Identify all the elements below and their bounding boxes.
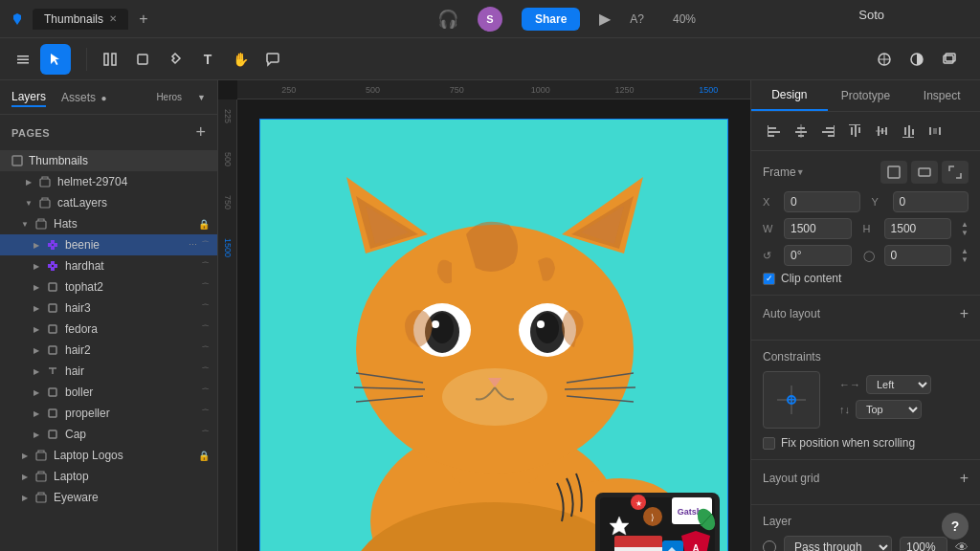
select-tool[interactable]: [40, 44, 71, 75]
ruler-side: 225 500 750 1500: [218, 99, 237, 551]
expand-arrow[interactable]: ▼: [23, 197, 34, 209]
layer-item-hats[interactable]: ▼ Hats 🔒: [0, 213, 217, 234]
tab-inspect[interactable]: Inspect: [903, 81, 980, 110]
group-icon: [38, 196, 52, 209]
layers-tab[interactable]: Layers: [11, 88, 46, 107]
expand-arrow[interactable]: ▶: [19, 450, 31, 461]
svg-rect-0: [17, 55, 29, 57]
assets-tab[interactable]: Assets ●: [61, 89, 106, 106]
y-input[interactable]: [893, 191, 969, 212]
constraints-content: + ←→ Left Right Center Scale ↑↓: [763, 371, 969, 429]
expand-arrow[interactable]: ▶: [31, 408, 42, 419]
zoom-level[interactable]: 40%: [673, 12, 696, 26]
frame-view-2[interactable]: [911, 161, 938, 184]
add-auto-layout-button[interactable]: +: [960, 305, 969, 322]
x-input[interactable]: [784, 191, 860, 212]
expand-arrow[interactable]: ▶: [31, 429, 42, 440]
tab-prototype[interactable]: Prototype: [828, 81, 904, 110]
layer-item-tophat2[interactable]: ▶ tophat2 ⌒: [0, 276, 217, 298]
share-button[interactable]: Share: [522, 8, 580, 31]
canvas-content[interactable]: Gatsby A ★ ⟩: [237, 99, 750, 551]
group-icon: [34, 217, 48, 231]
constraints-diagram: +: [763, 371, 820, 429]
shape-tool[interactable]: [127, 44, 158, 75]
layer-item-laptop[interactable]: ▶ Laptop: [0, 466, 217, 487]
file-tab[interactable]: Thumbnails ✕: [33, 9, 128, 30]
heros-arrow[interactable]: ▼: [197, 93, 206, 102]
expand-arrow[interactable]: ▶: [31, 386, 42, 398]
align-right-button[interactable]: [816, 120, 839, 143]
blend-mode-select[interactable]: Pass through Normal Multiply Screen Over…: [784, 536, 892, 551]
expand-arrow[interactable]: ▶: [19, 492, 31, 503]
rotation-input[interactable]: [784, 245, 852, 266]
svg-point-42: [431, 313, 454, 343]
headphones-icon[interactable]: 🎧: [437, 9, 458, 30]
clip-content-checkbox[interactable]: ✓: [763, 273, 775, 285]
expand-arrow[interactable]: ▶: [19, 471, 31, 482]
layer-item-hardhat[interactable]: ▶ hardhat ⌒: [0, 255, 217, 276]
constraint-h-select[interactable]: Left Right Center Scale: [866, 375, 931, 394]
layer-item-laptop-logos[interactable]: ▶ Laptop Logos 🔒: [0, 445, 217, 466]
expand-arrow[interactable]: ▶: [31, 239, 42, 251]
expand-arrow[interactable]: ▶: [31, 344, 42, 356]
layer-item-beenie[interactable]: ▶ beenie ⋯ ⌒: [0, 234, 217, 255]
align-left-button[interactable]: [763, 120, 786, 143]
expand-arrow[interactable]: ▶: [31, 365, 42, 377]
frame-resize-button[interactable]: [942, 161, 969, 184]
layer-item-boller[interactable]: ▶ boller ⌒: [0, 382, 217, 403]
w-input[interactable]: [784, 218, 852, 239]
tab-design[interactable]: Design: [751, 80, 828, 111]
hand-tool[interactable]: ✋: [225, 44, 256, 75]
theme-tool[interactable]: [902, 44, 932, 75]
pen-tool[interactable]: [160, 44, 190, 75]
layer-item-cap[interactable]: ▶ Cap ⌒: [0, 424, 217, 445]
align-center-h-button[interactable]: [790, 120, 813, 143]
components-tool[interactable]: [869, 44, 900, 75]
layer-item-catlayers[interactable]: ▼ catLayers: [0, 192, 217, 213]
align-bottom-button[interactable]: [897, 120, 920, 143]
align-middle-button[interactable]: [870, 120, 893, 143]
layer-item-hair[interactable]: ▶ hair ⌒: [0, 361, 217, 382]
layer-item-fedora[interactable]: ▶ fedora ⌒: [0, 319, 217, 340]
svg-rect-104: [888, 166, 900, 178]
add-page-button[interactable]: +: [195, 122, 206, 143]
tab-close-icon[interactable]: ✕: [109, 13, 117, 24]
frame-view-1[interactable]: [880, 161, 907, 184]
distribute-h-button[interactable]: [924, 120, 947, 143]
h-stepper[interactable]: ▲ ▼: [961, 220, 969, 237]
svg-rect-96: [876, 130, 887, 132]
new-tab-button[interactable]: +: [134, 10, 153, 29]
expand-arrow[interactable]: ▶: [23, 176, 34, 187]
expand-arrow[interactable]: ▶: [31, 302, 42, 314]
expand-arrow[interactable]: ▶: [31, 323, 42, 335]
cat-illustration: Gatsby A ★ ⟩: [260, 120, 728, 551]
radius-stepper[interactable]: ▲ ▼: [961, 247, 969, 264]
page-item-thumbnails[interactable]: Thumbnails: [0, 150, 217, 171]
comment-tool[interactable]: [257, 44, 288, 75]
layer-item-propeller[interactable]: ▶ propeller ⌒: [0, 403, 217, 424]
expand-arrow[interactable]: ▼: [19, 218, 31, 230]
layer-mask: ⌒: [201, 302, 210, 315]
library-tool[interactable]: [934, 44, 965, 75]
visibility-button[interactable]: 👁: [955, 540, 969, 551]
constraint-v-select[interactable]: Top Bottom Center Scale: [856, 400, 922, 419]
add-layout-grid-button[interactable]: +: [960, 470, 969, 487]
cat-frame[interactable]: Gatsby A ★ ⟩: [259, 119, 728, 551]
opacity-input[interactable]: [900, 537, 947, 551]
svg-rect-87: [828, 135, 834, 137]
expand-arrow[interactable]: ▶: [31, 260, 42, 272]
frame-tool[interactable]: [95, 44, 125, 75]
h-input[interactable]: [884, 218, 952, 239]
help-button[interactable]: ?: [942, 513, 969, 540]
text-tool[interactable]: T: [192, 44, 223, 75]
align-top-button[interactable]: [843, 120, 866, 143]
menu-tool[interactable]: [8, 44, 38, 75]
fix-position-checkbox[interactable]: [763, 437, 775, 450]
layer-item-hair2[interactable]: ▶ hair2 ⌒: [0, 340, 217, 361]
layer-item-helmet[interactable]: ▶ helmet-29704: [0, 171, 217, 192]
layer-item-hair3[interactable]: ▶ hair3 ⌒: [0, 298, 217, 319]
radius-input[interactable]: [884, 245, 952, 266]
play-icon[interactable]: ▶: [599, 10, 611, 28]
layer-item-eyeware[interactable]: ▶ Eyeware: [0, 487, 217, 508]
expand-arrow[interactable]: ▶: [31, 281, 42, 293]
